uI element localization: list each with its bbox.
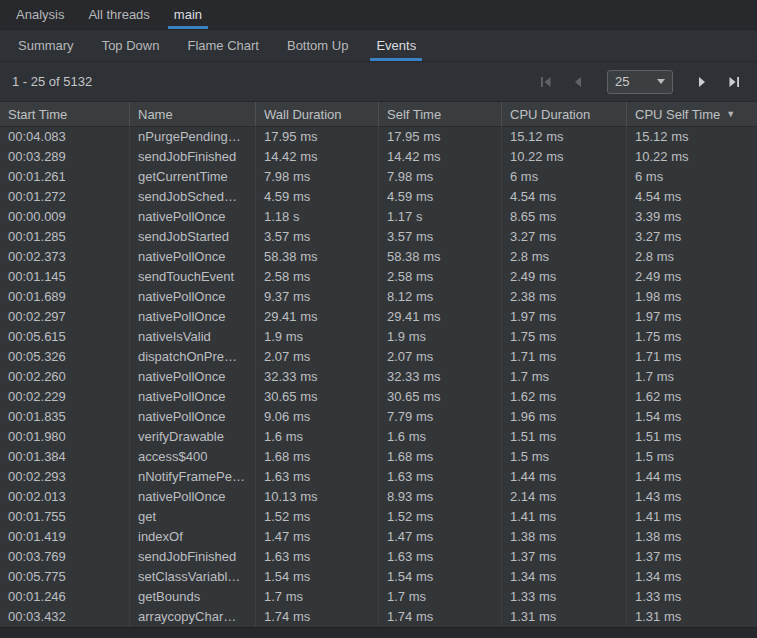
tab-main[interactable]: main: [162, 0, 214, 29]
table-row[interactable]: 00:00.009nativePollOnce1.18 s1.17 s8.65 …: [0, 207, 757, 227]
tab-bottom-up[interactable]: Bottom Up: [273, 30, 362, 61]
tab-all-threads[interactable]: All threads: [76, 0, 161, 29]
table-cell: 1.51 ms: [502, 427, 627, 447]
table-cell: 4.59 ms: [256, 187, 379, 207]
tab-top-down[interactable]: Top Down: [88, 30, 174, 61]
column-header-cpu-duration[interactable]: CPU Duration: [502, 102, 627, 126]
table-row[interactable]: 00:02.229nativePollOnce30.65 ms30.65 ms1…: [0, 387, 757, 407]
table-row[interactable]: 00:05.775setClassVariabl…1.54 ms1.54 ms1…: [0, 567, 757, 587]
table-cell: 1.68 ms: [256, 447, 379, 467]
table-cell: 00:01.689: [0, 287, 130, 307]
table-cell: 3.27 ms: [627, 227, 757, 247]
table-cell: 00:01.755: [0, 507, 130, 527]
table-cell: indexOf: [130, 527, 256, 547]
table-cell: 2.49 ms: [627, 267, 757, 287]
table-cell: 2.07 ms: [379, 347, 502, 367]
column-header-name[interactable]: Name: [130, 102, 256, 126]
table-cell: nPurgePending…: [130, 127, 256, 147]
table-row[interactable]: 00:05.326dispatchOnPre…2.07 ms2.07 ms1.7…: [0, 347, 757, 367]
column-header-cpu-self-time[interactable]: CPU Self Time ▼: [627, 102, 757, 126]
table-cell: nativePollOnce: [130, 387, 256, 407]
first-page-icon: [539, 75, 553, 89]
table-cell: 1.47 ms: [379, 527, 502, 547]
column-header-label: CPU Self Time: [635, 107, 720, 122]
table-cell: 17.95 ms: [256, 127, 379, 147]
last-page-button[interactable]: [721, 70, 747, 94]
table-cell: 10.22 ms: [502, 147, 627, 167]
table-cell: 9.06 ms: [256, 407, 379, 427]
table-row[interactable]: 00:01.689nativePollOnce9.37 ms8.12 ms2.3…: [0, 287, 757, 307]
table-cell: 00:02.293: [0, 467, 130, 487]
table-cell: 00:01.980: [0, 427, 130, 447]
table-cell: 4.59 ms: [379, 187, 502, 207]
table-cell: 00:02.373: [0, 247, 130, 267]
table-cell: 3.39 ms: [627, 207, 757, 227]
table-cell: 1.52 ms: [379, 507, 502, 527]
table-cell: 14.42 ms: [256, 147, 379, 167]
table-cell: 1.68 ms: [379, 447, 502, 467]
table-cell: 00:02.297: [0, 307, 130, 327]
table-row[interactable]: 00:01.145sendTouchEvent2.58 ms2.58 ms2.4…: [0, 267, 757, 287]
table-cell: 1.51 ms: [627, 427, 757, 447]
table-row[interactable]: 00:01.246getBounds1.7 ms1.7 ms1.33 ms1.3…: [0, 587, 757, 607]
table-row[interactable]: 00:03.289sendJobFinished14.42 ms14.42 ms…: [0, 147, 757, 167]
tab-events[interactable]: Events: [362, 30, 430, 61]
tab-analysis[interactable]: Analysis: [4, 0, 76, 29]
table-cell: 1.31 ms: [627, 607, 757, 627]
table-cell: 2.49 ms: [502, 267, 627, 287]
table-row[interactable]: 00:02.260nativePollOnce32.33 ms32.33 ms1…: [0, 367, 757, 387]
table-row[interactable]: 00:02.373nativePollOnce58.38 ms58.38 ms2…: [0, 247, 757, 267]
table-cell: 2.14 ms: [502, 487, 627, 507]
table-row[interactable]: 00:01.384access$4001.68 ms1.68 ms1.5 ms1…: [0, 447, 757, 467]
next-page-icon: [695, 75, 709, 89]
table-cell: 1.63 ms: [379, 547, 502, 567]
table-cell: 9.37 ms: [256, 287, 379, 307]
table-row[interactable]: 00:01.285sendJobStarted3.57 ms3.57 ms3.2…: [0, 227, 757, 247]
table-cell: 15.12 ms: [502, 127, 627, 147]
table-row[interactable]: 00:02.293nNotifyFramePe…1.63 ms1.63 ms1.…: [0, 467, 757, 487]
table-cell: 2.58 ms: [379, 267, 502, 287]
table-cell: 1.54 ms: [627, 407, 757, 427]
column-header-self-time[interactable]: Self Time: [379, 102, 502, 126]
table-row[interactable]: 00:01.835nativePollOnce9.06 ms7.79 ms1.9…: [0, 407, 757, 427]
table-cell: 8.65 ms: [502, 207, 627, 227]
next-page-button[interactable]: [689, 70, 715, 94]
tab-flame-chart[interactable]: Flame Chart: [173, 30, 273, 61]
table-cell: 4.54 ms: [627, 187, 757, 207]
table-row[interactable]: 00:03.432arraycopyChar…1.74 ms1.74 ms1.3…: [0, 607, 757, 627]
table-row[interactable]: 00:01.755get1.52 ms1.52 ms1.41 ms1.41 ms: [0, 507, 757, 527]
table-cell: nativeIsValid: [130, 327, 256, 347]
table-row[interactable]: 00:03.769sendJobFinished1.63 ms1.63 ms1.…: [0, 547, 757, 567]
table-cell: 1.9 ms: [379, 327, 502, 347]
table-row[interactable]: 00:02.013nativePollOnce10.13 ms8.93 ms2.…: [0, 487, 757, 507]
table-cell: sendTouchEvent: [130, 267, 256, 287]
table-cell: 1.41 ms: [627, 507, 757, 527]
tab-summary[interactable]: Summary: [4, 30, 88, 61]
table-row[interactable]: 00:04.083nPurgePending…17.95 ms17.95 ms1…: [0, 127, 757, 147]
previous-page-button[interactable]: [565, 70, 591, 94]
table-row[interactable]: 00:02.297nativePollOnce29.41 ms29.41 ms1…: [0, 307, 757, 327]
page-size-select[interactable]: 25: [607, 70, 673, 94]
table-row[interactable]: 00:05.615nativeIsValid1.9 ms1.9 ms1.75 m…: [0, 327, 757, 347]
table-cell: 2.58 ms: [256, 267, 379, 287]
table-row[interactable]: 00:01.980verifyDrawable1.6 ms1.6 ms1.51 …: [0, 427, 757, 447]
table-cell: 00:03.432: [0, 607, 130, 627]
table-cell: 1.44 ms: [627, 467, 757, 487]
table-row[interactable]: 00:01.272sendJobSched…4.59 ms4.59 ms4.54…: [0, 187, 757, 207]
first-page-button[interactable]: [533, 70, 559, 94]
table-cell: 6 ms: [627, 167, 757, 187]
table-cell: 1.6 ms: [256, 427, 379, 447]
table-cell: 00:05.775: [0, 567, 130, 587]
table-row[interactable]: 00:01.419indexOf1.47 ms1.47 ms1.38 ms1.3…: [0, 527, 757, 547]
table-cell: 10.13 ms: [256, 487, 379, 507]
table-cell: 1.75 ms: [627, 327, 757, 347]
table-cell: 10.22 ms: [627, 147, 757, 167]
table-cell: 00:05.326: [0, 347, 130, 367]
table-cell: 32.33 ms: [256, 367, 379, 387]
table-cell: access$400: [130, 447, 256, 467]
table-cell: nativePollOnce: [130, 307, 256, 327]
column-header-start-time[interactable]: Start Time: [0, 102, 130, 126]
table-cell: 8.12 ms: [379, 287, 502, 307]
table-row[interactable]: 00:01.261getCurrentTime7.98 ms7.98 ms6 m…: [0, 167, 757, 187]
column-header-wall-duration[interactable]: Wall Duration: [256, 102, 379, 126]
